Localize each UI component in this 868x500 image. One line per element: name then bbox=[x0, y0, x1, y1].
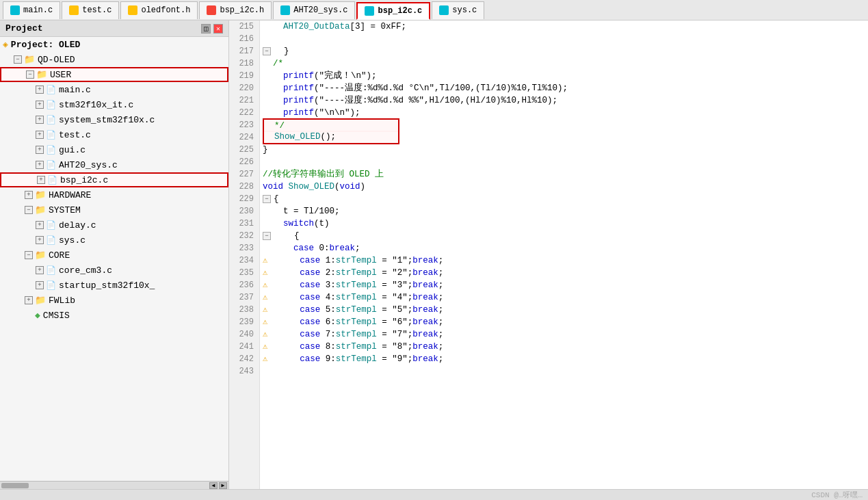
scroll-left[interactable]: ◀ bbox=[209, 482, 218, 489]
fold-marker-217[interactable]: − bbox=[263, 47, 271, 55]
file-icon-gui_c: 📄 bbox=[46, 145, 56, 155]
tab-oledfont_h[interactable]: oledfont.h bbox=[120, 1, 198, 19]
expand-btn-hardware[interactable]: + bbox=[25, 191, 33, 199]
tree-item-startup[interactable]: +📄startup_stm32f10x_ bbox=[0, 278, 228, 293]
expand-btn-main_c[interactable]: + bbox=[36, 85, 44, 94]
expand-btn-delay_c[interactable]: + bbox=[36, 221, 44, 229]
close-icon[interactable]: ✕ bbox=[213, 24, 223, 34]
tree-item-main_c[interactable]: +📄main.c bbox=[0, 82, 228, 97]
code-line-243 bbox=[263, 365, 865, 378]
expand-btn-system_stm32[interactable]: + bbox=[36, 116, 44, 124]
tree-label-sys_c: sys.c bbox=[59, 235, 86, 246]
scrollbar-thumb[interactable] bbox=[1, 483, 29, 488]
tree-item-system[interactable]: −📁SYSTEM bbox=[0, 202, 228, 218]
tree-label-test_c: test.c bbox=[59, 130, 91, 140]
code-line-225: } bbox=[263, 144, 865, 156]
tree-scrollbar[interactable]: ◀ ▶ bbox=[0, 481, 228, 489]
warn-icon-239: ⚠ bbox=[263, 316, 267, 328]
expand-btn-qd-oled[interactable]: − bbox=[14, 55, 22, 64]
tree-container[interactable]: ◈ Project: OLED −📁QD-OLED−📁USER+📄main.c+… bbox=[0, 37, 228, 481]
tree-item-gui_c[interactable]: +📄gui.c bbox=[0, 142, 228, 157]
tree-item-delay_c[interactable]: +📄delay.c bbox=[0, 218, 228, 233]
line-num-234: 234 bbox=[235, 254, 254, 267]
expand-btn-startup[interactable]: + bbox=[36, 281, 44, 289]
warn-icon-236: ⚠ bbox=[263, 279, 267, 291]
fold-marker-229[interactable]: − bbox=[263, 195, 271, 203]
file-icon-test_c: 📄 bbox=[46, 130, 56, 140]
code-line-226 bbox=[263, 156, 865, 168]
code-line-217: − } bbox=[263, 45, 865, 57]
tree-item-system_stm32[interactable]: +📄system_stm32f10x.c bbox=[0, 112, 228, 127]
expand-btn-stm32f10x_it[interactable]: + bbox=[36, 101, 44, 109]
fold-marker-232[interactable]: − bbox=[263, 232, 271, 240]
line-num-218: 218 bbox=[235, 57, 254, 70]
tab-label-oledfont_h: oledfont.h bbox=[141, 5, 190, 15]
tree-item-sys_c[interactable]: +📄sys.c bbox=[0, 233, 228, 248]
file-icon-delay_c: 📄 bbox=[46, 220, 56, 231]
tab-aht20_sys[interactable]: AHT20_sys.c bbox=[273, 1, 355, 19]
tab-label-bsp_i2c_c: bsp_i2c.c bbox=[378, 6, 422, 16]
line-num-242: 242 bbox=[235, 353, 254, 365]
expand-btn-aht20_sys_c[interactable]: + bbox=[36, 161, 44, 169]
panel-title: Project bbox=[5, 23, 43, 34]
line-num-239: 239 bbox=[235, 316, 254, 328]
tab-label-bsp_i2c_h: bsp_i2c.h bbox=[220, 5, 264, 15]
code-line-231: switch(t) bbox=[263, 218, 865, 230]
tree-item-qd-oled[interactable]: −📁QD-OLED bbox=[0, 52, 228, 67]
line-num-222: 222 bbox=[235, 107, 254, 119]
code-area[interactable]: 2152162172182192202212222232242252262272… bbox=[229, 21, 868, 489]
line-num-219: 219 bbox=[235, 70, 254, 82]
code-line-236: ⚠ case 3:strTempl = "3";break; bbox=[263, 279, 865, 291]
expand-btn-bsp_i2c_c[interactable]: + bbox=[37, 176, 45, 184]
tree-label-delay_c: delay.c bbox=[59, 220, 96, 231]
pin-icon[interactable]: ◫ bbox=[201, 24, 211, 34]
tree-label-system: SYSTEM bbox=[49, 205, 81, 215]
tab-main_c[interactable]: main.c bbox=[3, 1, 60, 19]
tree-label-main_c: main.c bbox=[59, 85, 91, 95]
tree-item-core[interactable]: −📁CORE bbox=[0, 248, 228, 263]
tree-item-fwlib[interactable]: +📁FWLib bbox=[0, 293, 228, 308]
tree-item-stm32f10x_it[interactable]: +📄stm32f10x_it.c bbox=[0, 97, 228, 112]
tree-item-aht20_sys_c[interactable]: +📄AHT20_sys.c bbox=[0, 157, 228, 172]
warn-icon-238: ⚠ bbox=[263, 304, 267, 316]
line-num-236: 236 bbox=[235, 279, 254, 291]
warn-icon-240: ⚠ bbox=[263, 328, 267, 341]
tree-root[interactable]: ◈ Project: OLED bbox=[0, 37, 228, 52]
tree-label-core_cm3: core_cm3.c bbox=[59, 265, 112, 276]
tab-icon-aht20_sys bbox=[280, 5, 290, 15]
tab-bsp_i2c_h[interactable]: bsp_i2c.h bbox=[199, 1, 272, 19]
tree-item-bsp_i2c_c[interactable]: +📄bsp_i2c.c bbox=[0, 172, 228, 187]
file-icon-main_c: 📄 bbox=[46, 85, 56, 95]
line-num-220: 220 bbox=[235, 82, 254, 94]
tab-test_c[interactable]: test.c bbox=[62, 1, 119, 19]
expand-btn-system[interactable]: − bbox=[25, 206, 33, 214]
expand-btn-user[interactable]: − bbox=[26, 70, 34, 79]
tab-bsp_i2c_c[interactable]: bsp_i2c.c bbox=[356, 2, 430, 20]
tab-sys_c[interactable]: sys.c bbox=[432, 1, 484, 19]
expand-btn-test_c[interactable]: + bbox=[36, 131, 44, 139]
line-num-221: 221 bbox=[235, 94, 254, 107]
tree-item-user[interactable]: −📁USER bbox=[0, 67, 228, 82]
line-num-217: 217 bbox=[235, 45, 254, 57]
tree-label-cmsis: CMSIS bbox=[43, 311, 70, 321]
project-icon: ◈ bbox=[3, 39, 8, 50]
file-icon-core_cm3: 📄 bbox=[46, 265, 56, 276]
tree-item-core_cm3[interactable]: +📄core_cm3.c bbox=[0, 263, 228, 278]
tree-item-cmsis[interactable]: ◆CMSIS bbox=[0, 308, 228, 323]
folder-icon-user: 📁 bbox=[36, 69, 47, 80]
folder-icon-core: 📁 bbox=[35, 250, 46, 261]
tree-item-test_c[interactable]: +📄test.c bbox=[0, 127, 228, 142]
expand-btn-sys_c[interactable]: + bbox=[36, 236, 44, 244]
expand-btn-fwlib[interactable]: + bbox=[25, 296, 33, 304]
file-icon-stm32f10x_it: 📄 bbox=[46, 100, 56, 110]
tree-item-hardware[interactable]: +📁HARDWARE bbox=[0, 187, 228, 202]
scroll-right[interactable]: ▶ bbox=[219, 482, 227, 489]
tree-label-hardware: HARDWARE bbox=[49, 190, 91, 200]
code-content[interactable]: AHT20_OutData[3] = 0xFF; − } /* printf("… bbox=[260, 21, 868, 489]
expand-btn-core_cm3[interactable]: + bbox=[36, 266, 44, 274]
code-line-222: printf("\n\n"); bbox=[263, 107, 865, 119]
code-line-233: case 0:break; bbox=[263, 242, 865, 254]
expand-btn-gui_c[interactable]: + bbox=[36, 146, 44, 154]
line-num-216: 216 bbox=[235, 33, 254, 45]
expand-btn-core[interactable]: − bbox=[25, 251, 33, 259]
